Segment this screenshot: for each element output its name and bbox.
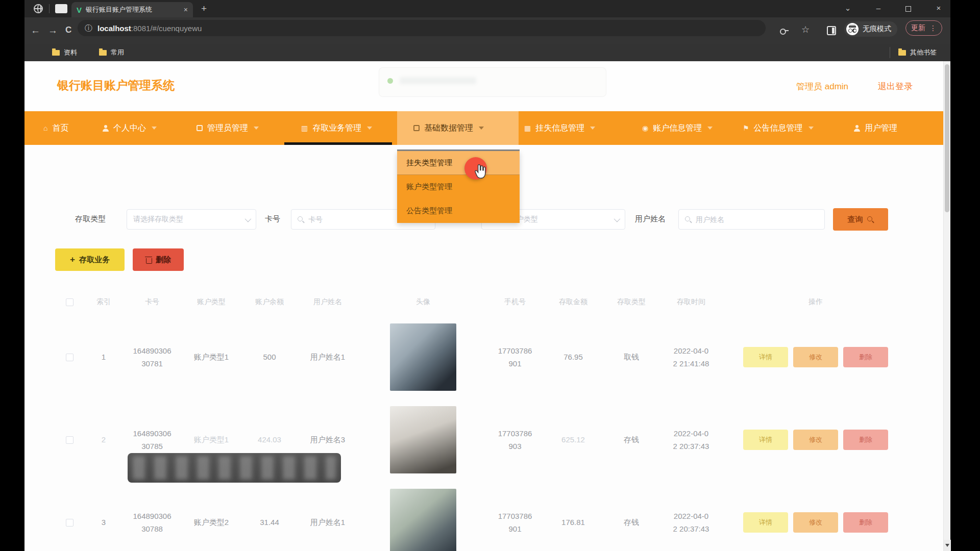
extension-square-icon[interactable] <box>55 4 67 13</box>
account-icon: ◉ <box>642 124 648 132</box>
url-host: localhost <box>97 24 131 33</box>
side-panel-icon[interactable] <box>827 26 836 35</box>
password-key-icon[interactable] <box>780 29 788 33</box>
edit-button[interactable]: 修改 <box>793 512 838 533</box>
col-balance: 账户余额 <box>239 292 300 312</box>
detail-button[interactable]: 详情 <box>743 512 788 533</box>
browser-logo-icon <box>34 4 43 13</box>
browser-toolbar: ← → C ⓘ localhost:8081/#/cuenquyewu ☆ 无痕… <box>24 17 950 44</box>
browser-scrollbar[interactable] <box>943 61 950 551</box>
scrollbar-thumb[interactable] <box>945 64 949 212</box>
user-name-field[interactable] <box>678 209 825 230</box>
bookmark-folder-changyong[interactable]: 常用 <box>99 48 124 57</box>
other-bookmarks[interactable]: 其他书签 <box>898 48 937 57</box>
col-avatar: 头像 <box>390 292 456 312</box>
scroll-down-arrow[interactable] <box>944 540 951 551</box>
browser-update-button[interactable]: 更新 ⋮ <box>905 20 942 36</box>
trash-icon <box>145 257 152 263</box>
menu-dots-icon[interactable]: ⋮ <box>929 24 937 32</box>
person-icon <box>853 125 860 132</box>
row-delete-button[interactable]: 删除 <box>843 512 888 533</box>
bookmark-folder-ziliao[interactable]: 资料 <box>52 48 77 57</box>
nav-item-admin-management[interactable]: 管理员管理 <box>197 111 259 145</box>
caret-down-icon <box>808 127 814 130</box>
select-all-checkbox[interactable] <box>66 298 74 306</box>
deposit-type-select[interactable]: 请选择存取类型 <box>127 209 256 230</box>
reload-button[interactable]: C <box>65 25 71 35</box>
bookmarks-bar: 资料 常用 其他书签 <box>24 44 950 61</box>
row-delete-button[interactable]: 删除 <box>843 347 888 367</box>
hand-cursor-icon <box>473 163 488 181</box>
site-info-icon[interactable]: ⓘ <box>85 23 92 33</box>
table-row: 3 16489030630788 账户类型2 31.44 用户姓名1 17703… <box>24 482 943 551</box>
detail-button[interactable]: 详情 <box>743 430 788 450</box>
forward-button[interactable]: → <box>48 25 58 36</box>
window-chevron-icon[interactable]: ⌄ <box>840 4 855 13</box>
search-button[interactable]: 查询 <box>833 208 888 231</box>
grid-icon <box>197 125 203 131</box>
search-icon <box>867 216 874 223</box>
dropdown-item-loss-type[interactable]: 挂失类型管理 <box>397 151 520 175</box>
nav-item-account-info[interactable]: ◉ 账户信息管理 <box>642 111 713 145</box>
row-checkbox[interactable] <box>66 519 74 527</box>
col-time: 存取时间 <box>660 292 722 312</box>
row-checkbox[interactable] <box>66 354 74 361</box>
nav-item-user-management[interactable]: 用户管理 <box>853 111 897 145</box>
user-avatar <box>390 489 456 551</box>
row-delete-button[interactable]: 删除 <box>843 430 888 450</box>
redaction-blur-bar <box>128 453 341 483</box>
window-minimize-button[interactable]: – <box>871 4 886 12</box>
card-icon: ▦ <box>524 124 531 132</box>
incognito-icon <box>846 23 859 35</box>
delete-button[interactable]: 删除 <box>133 248 184 271</box>
incognito-badge: 无痕模式 <box>844 21 897 37</box>
folder-icon <box>898 50 906 56</box>
user-avatar <box>390 406 456 473</box>
nav-item-deposit-business[interactable]: ▥ 存取业务管理 <box>301 111 372 145</box>
caret-down-icon <box>707 127 713 130</box>
window-close-button[interactable]: × <box>931 4 946 12</box>
active-nav-underline <box>284 142 392 145</box>
dropdown-item-notice-type[interactable]: 公告类型管理 <box>397 199 520 223</box>
nav-item-notice-info[interactable]: ⚑ 公告信息管理 <box>743 111 814 145</box>
url-text: localhost:8081/#/cuenquyewu <box>97 24 202 33</box>
chart-icon: ▥ <box>301 124 308 132</box>
ghost-toast-text <box>400 77 476 84</box>
col-phone: 手机号 <box>484 292 546 312</box>
row-checkbox[interactable] <box>66 436 74 444</box>
person-icon <box>102 125 109 132</box>
base-data-dropdown: 挂失类型管理 账户类型管理 公告类型管理 <box>397 151 520 223</box>
new-tab-button[interactable]: + <box>201 3 207 14</box>
app-title: 银行账目账户管理系统 <box>57 78 175 93</box>
nav-item-home[interactable]: ⌂ 首页 <box>43 111 68 145</box>
app-header: 银行账目账户管理系统 管理员 admin 退出登录 <box>24 61 943 111</box>
incognito-label: 无痕模式 <box>863 24 891 34</box>
window-restore-button[interactable] <box>900 4 916 12</box>
divider <box>890 47 890 58</box>
col-actions: 操作 <box>739 292 892 312</box>
user-name-input[interactable] <box>696 215 818 223</box>
nav-item-loss-report-info[interactable]: ▦ 挂失信息管理 <box>524 111 595 145</box>
edit-button[interactable]: 修改 <box>793 347 838 367</box>
address-bar[interactable]: ⓘ localhost:8081/#/cuenquyewu <box>78 20 766 36</box>
nav-item-personal-center[interactable]: 个人中心 <box>102 111 157 145</box>
back-button[interactable]: ← <box>31 25 40 36</box>
edit-button[interactable]: 修改 <box>793 430 838 450</box>
flag-icon: ⚑ <box>743 124 749 132</box>
logout-link[interactable]: 退出登录 <box>878 81 913 92</box>
browser-tab[interactable]: V 银行账目账户管理系统 × <box>71 2 193 17</box>
search-icon <box>298 216 304 223</box>
admin-label[interactable]: 管理员 admin <box>796 81 848 92</box>
col-index: 索引 <box>83 292 124 312</box>
tab-close-icon[interactable]: × <box>184 6 188 14</box>
caret-down-icon <box>479 127 484 130</box>
chevron-down-icon <box>614 215 621 222</box>
nav-item-base-data[interactable]: 基础数据管理 <box>397 111 519 145</box>
web-page: 银行账目账户管理系统 管理员 admin 退出登录 ⌂ 首页 个人中心 管理员管… <box>24 61 943 551</box>
filter-type-label: 存取类型 <box>75 214 106 224</box>
detail-button[interactable]: 详情 <box>743 347 788 367</box>
add-deposit-button[interactable]: + 存取业务 <box>55 248 125 271</box>
dropdown-item-account-type[interactable]: 账户类型管理 <box>397 175 520 199</box>
bookmark-star-icon[interactable]: ☆ <box>801 24 810 35</box>
col-user-name: 用户姓名 <box>297 292 358 312</box>
